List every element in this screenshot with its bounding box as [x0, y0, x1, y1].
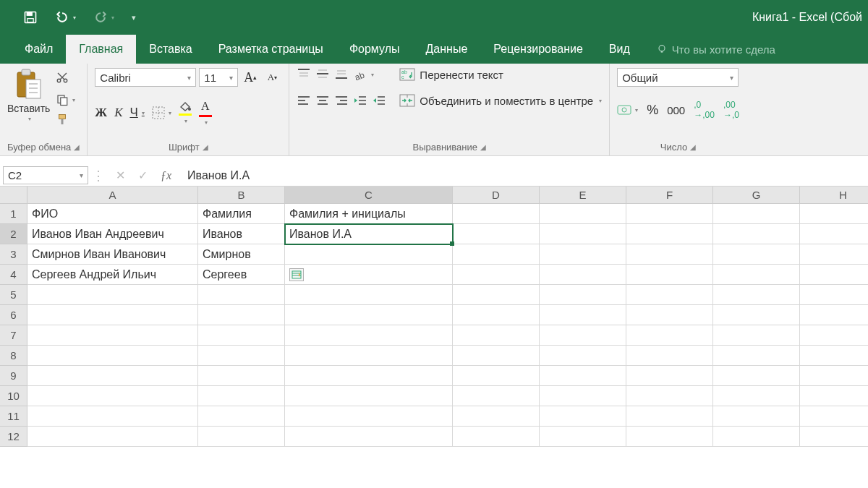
increase-font-button[interactable]: A▴ [241, 68, 260, 87]
cell-A3[interactable]: Смирнов Иван Иванович [27, 244, 198, 265]
cell-C4[interactable] [285, 265, 453, 285]
cell-H12[interactable] [800, 427, 868, 447]
cell-H3[interactable] [800, 244, 868, 265]
tab-insert[interactable]: Вставка [136, 35, 205, 64]
align-top-button[interactable] [297, 68, 311, 82]
save-icon[interactable] [23, 10, 38, 25]
select-all-corner[interactable] [0, 187, 27, 204]
comma-style-button[interactable]: 000 [667, 104, 685, 116]
cell-F5[interactable] [626, 285, 713, 305]
tab-review[interactable]: Рецензирование [480, 35, 596, 64]
tab-formulas[interactable]: Формулы [336, 35, 413, 64]
cell-H8[interactable] [800, 346, 868, 366]
cancel-formula-button[interactable]: ✕ [116, 168, 125, 182]
cell-A1[interactable]: ФИО [27, 204, 198, 224]
cell-E11[interactable] [540, 406, 626, 427]
copy-button[interactable]: ▾ [56, 93, 75, 106]
row-header-1[interactable]: 1 [0, 204, 27, 224]
dialog-launcher-icon[interactable]: ◢ [203, 143, 208, 151]
col-header-C[interactable]: C [285, 187, 453, 204]
cell-G11[interactable] [713, 406, 800, 427]
cell-G1[interactable] [713, 204, 800, 224]
cell-C12[interactable] [285, 427, 453, 447]
cell-A6[interactable] [27, 305, 198, 325]
formula-input[interactable]: Иванов И.А [180, 165, 868, 186]
wrap-text-button[interactable]: abc Перенести текст [399, 68, 602, 81]
cell-A12[interactable] [27, 427, 198, 447]
cell-C2[interactable]: Иванов И.А [285, 224, 453, 244]
cell-H9[interactable] [800, 366, 868, 386]
redo-button[interactable]: ▾ [93, 10, 114, 25]
percent-button[interactable]: % [647, 103, 658, 118]
cell-B1[interactable]: Фамилия [198, 204, 285, 224]
cell-C1[interactable]: Фамилия + инициалы [285, 204, 453, 224]
cell-F11[interactable] [626, 406, 713, 427]
cell-E7[interactable] [540, 325, 626, 346]
cell-D6[interactable] [453, 305, 540, 325]
cell-B9[interactable] [198, 366, 285, 386]
cell-D1[interactable] [453, 204, 540, 224]
cell-F10[interactable] [626, 386, 713, 406]
row-header-8[interactable]: 8 [0, 346, 27, 366]
tab-data[interactable]: Данные [413, 35, 481, 64]
increase-decimal-button[interactable]: ,0→,00 [694, 100, 715, 120]
cell-C9[interactable] [285, 366, 453, 386]
cell-F1[interactable] [626, 204, 713, 224]
cell-D8[interactable] [453, 346, 540, 366]
undo-button[interactable]: ▾ [55, 10, 76, 25]
cell-C11[interactable] [285, 406, 453, 427]
cell-H7[interactable] [800, 325, 868, 346]
orientation-button[interactable]: ab▾ [353, 68, 374, 82]
cell-G3[interactable] [713, 244, 800, 265]
cell-G8[interactable] [713, 346, 800, 366]
cell-B5[interactable] [198, 285, 285, 305]
cell-D2[interactable] [453, 224, 540, 244]
cell-H4[interactable] [800, 265, 868, 285]
cell-G2[interactable] [713, 224, 800, 244]
flash-fill-smarttag[interactable] [289, 268, 304, 281]
align-right-button[interactable] [334, 95, 349, 108]
cell-B8[interactable] [198, 346, 285, 366]
cell-B11[interactable] [198, 406, 285, 427]
cell-H1[interactable] [800, 204, 868, 224]
row-header-10[interactable]: 10 [0, 386, 27, 406]
merge-center-button[interactable]: Объединить и поместить в центре ▾ [399, 94, 602, 107]
row-header-9[interactable]: 9 [0, 366, 27, 386]
cell-C8[interactable] [285, 346, 453, 366]
row-header-2[interactable]: 2 [0, 224, 27, 244]
tab-view[interactable]: Вид [596, 35, 643, 64]
dialog-launcher-icon[interactable]: ◢ [74, 143, 80, 151]
tab-home[interactable]: Главная [66, 35, 136, 64]
cell-C5[interactable] [285, 285, 453, 305]
cell-E10[interactable] [540, 386, 626, 406]
cell-F7[interactable] [626, 325, 713, 346]
enter-formula-button[interactable]: ✓ [138, 168, 148, 182]
cell-E8[interactable] [540, 346, 626, 366]
cell-E4[interactable] [540, 265, 626, 285]
cell-A8[interactable] [27, 346, 198, 366]
italic-button[interactable]: К [114, 106, 122, 120]
format-painter-button[interactable] [56, 114, 75, 129]
cell-A7[interactable] [27, 325, 198, 346]
number-format-combo[interactable]: Общий▾ [617, 68, 739, 87]
cell-A9[interactable] [27, 366, 198, 386]
col-header-D[interactable]: D [453, 187, 540, 204]
spreadsheet-grid[interactable]: A B C D E F G H I 1 ФИО Фамилия Фамилия … [0, 187, 868, 447]
font-name-combo[interactable]: Calibri▾ [95, 68, 196, 87]
tell-me-box[interactable]: Что вы хотите сдела [643, 35, 788, 64]
underline-button[interactable]: Ч▾ [129, 106, 144, 120]
cell-G4[interactable] [713, 265, 800, 285]
cell-F9[interactable] [626, 366, 713, 386]
cell-B10[interactable] [198, 386, 285, 406]
cell-G9[interactable] [713, 366, 800, 386]
cell-D11[interactable] [453, 406, 540, 427]
col-header-A[interactable]: A [27, 187, 198, 204]
cell-E1[interactable] [540, 204, 626, 224]
cell-E2[interactable] [540, 224, 626, 244]
cell-H6[interactable] [800, 305, 868, 325]
decrease-decimal-button[interactable]: ,00→,0 [723, 100, 739, 120]
decrease-indent-button[interactable] [353, 95, 367, 108]
cell-E9[interactable] [540, 366, 626, 386]
dialog-launcher-icon[interactable]: ◢ [480, 143, 486, 151]
cell-B2[interactable]: Иванов [198, 224, 285, 244]
